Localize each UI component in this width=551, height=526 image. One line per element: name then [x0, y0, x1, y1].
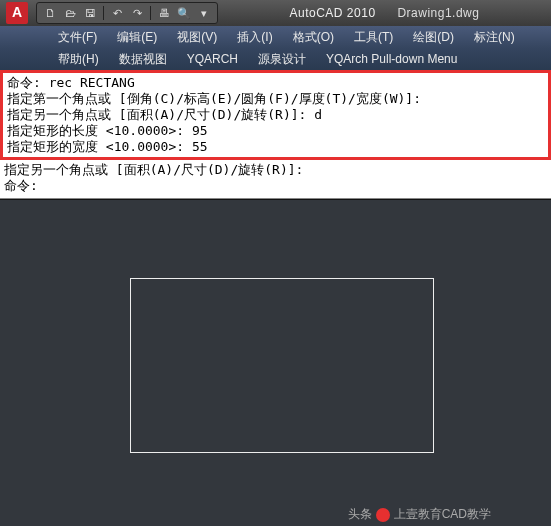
app-name: AutoCAD 2010 — [290, 6, 376, 20]
menu-draw[interactable]: 绘图(D) — [403, 27, 464, 48]
cmd-line: 指定另一个角点或 [面积(A)/尺寸(D)/旋转(R)]: — [4, 162, 547, 178]
open-icon[interactable]: 🗁 — [61, 4, 79, 22]
menu-file[interactable]: 文件(F) — [48, 27, 107, 48]
new-icon[interactable]: 🗋 — [41, 4, 59, 22]
menu-help[interactable]: 帮助(H) — [48, 49, 109, 70]
print-icon[interactable]: 🖶 — [155, 4, 173, 22]
menu-yqarch[interactable]: YQARCH — [177, 50, 248, 68]
menu-pulldown[interactable]: YQArch Pull-down Menu — [316, 50, 467, 68]
menubar-row2: 帮助(H) 数据视图 YQARCH 源泉设计 YQArch Pull-down … — [0, 48, 551, 70]
cmd-prompt[interactable]: 命令: — [4, 178, 547, 194]
redo-icon[interactable]: ↷ — [128, 4, 146, 22]
watermark-icon — [376, 508, 390, 522]
menu-yuanquan[interactable]: 源泉设计 — [248, 49, 316, 70]
app-title: AutoCAD 2010 Drawing1.dwg — [218, 6, 551, 20]
watermark-prefix: 头条 — [348, 506, 372, 523]
watermark-text: 上壹教育CAD教学 — [394, 506, 491, 523]
doc-name: Drawing1.dwg — [397, 6, 479, 20]
watermark: 头条 上壹教育CAD教学 — [348, 506, 491, 523]
find-icon[interactable]: 🔍 — [175, 4, 193, 22]
cmd-line: 指定第一个角点或 [倒角(C)/标高(E)/圆角(F)/厚度(T)/宽度(W)]… — [7, 91, 544, 107]
menu-tools[interactable]: 工具(T) — [344, 27, 403, 48]
menu-format[interactable]: 格式(O) — [283, 27, 344, 48]
separator — [103, 6, 104, 20]
menu-dataview[interactable]: 数据视图 — [109, 49, 177, 70]
command-history-highlight: 命令: rec RECTANG 指定第一个角点或 [倒角(C)/标高(E)/圆角… — [0, 70, 551, 160]
menu-edit[interactable]: 编辑(E) — [107, 27, 167, 48]
save-icon[interactable]: 🖫 — [81, 4, 99, 22]
menu-view[interactable]: 视图(V) — [167, 27, 227, 48]
quick-access-toolbar: 🗋 🗁 🖫 ↶ ↷ 🖶 🔍 ▾ — [36, 2, 218, 24]
drawing-viewport[interactable]: 头条 上壹教育CAD教学 — [0, 199, 551, 526]
rectangle-shape[interactable] — [130, 278, 434, 453]
menu-insert[interactable]: 插入(I) — [227, 27, 282, 48]
undo-icon[interactable]: ↶ — [108, 4, 126, 22]
dropdown-icon[interactable]: ▾ — [195, 4, 213, 22]
cmd-line: 指定矩形的宽度 <10.0000>: 55 — [7, 139, 544, 155]
menu-annotate[interactable]: 标注(N) — [464, 27, 525, 48]
cmd-line: 指定另一个角点或 [面积(A)/尺寸(D)/旋转(R)]: d — [7, 107, 544, 123]
command-line[interactable]: 指定另一个角点或 [面积(A)/尺寸(D)/旋转(R)]: 命令: — [0, 160, 551, 199]
cmd-line: 指定矩形的长度 <10.0000>: 95 — [7, 123, 544, 139]
menubar-row1: 文件(F) 编辑(E) 视图(V) 插入(I) 格式(O) 工具(T) 绘图(D… — [0, 26, 551, 48]
titlebar: A 🗋 🗁 🖫 ↶ ↷ 🖶 🔍 ▾ AutoCAD 2010 Drawing1.… — [0, 0, 551, 26]
cmd-line: 命令: rec RECTANG — [7, 75, 544, 91]
app-logo[interactable]: A — [6, 2, 28, 24]
separator — [150, 6, 151, 20]
